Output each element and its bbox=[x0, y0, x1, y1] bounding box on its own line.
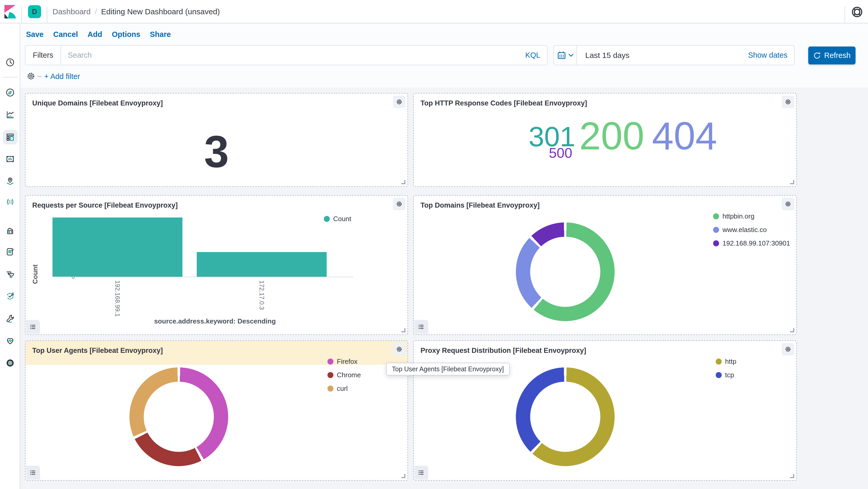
panel-title[interactable]: Unique Domains [Filebeat Envoyproxy] bbox=[32, 99, 163, 107]
legend-item[interactable]: 192.168.99.107:30901 bbox=[713, 239, 790, 247]
sidebar-item-uptime[interactable] bbox=[3, 289, 18, 303]
filters-menu-button[interactable]: Filters bbox=[26, 46, 61, 65]
legend-item[interactable]: tcp bbox=[716, 371, 736, 379]
refresh-icon bbox=[813, 52, 821, 60]
panel-title[interactable]: Top HTTP Response Codes [Filebeat Envoyp… bbox=[421, 99, 587, 107]
legend-item[interactable]: www.elastic.co bbox=[713, 226, 790, 234]
sidebar-item-machine-learning[interactable] bbox=[3, 195, 18, 209]
resize-handle[interactable] bbox=[790, 180, 794, 184]
apm-icon bbox=[5, 269, 16, 280]
space-avatar[interactable]: D bbox=[28, 5, 41, 18]
resize-handle[interactable] bbox=[401, 328, 405, 332]
management-icon bbox=[5, 358, 16, 369]
sidebar-item-visualize[interactable] bbox=[3, 108, 18, 122]
kql-language-button[interactable]: KQL bbox=[519, 51, 547, 60]
panel-gear-icon[interactable] bbox=[782, 198, 794, 210]
resize-handle[interactable] bbox=[790, 328, 794, 332]
donut-chart-visualization[interactable]: FirefoxChromecurl bbox=[26, 341, 407, 480]
tag-200[interactable]: 200 bbox=[579, 113, 644, 159]
chevron-down-icon bbox=[568, 54, 574, 57]
menu-add-link[interactable]: Add bbox=[88, 30, 102, 39]
header-divider bbox=[21, 6, 22, 23]
legend-label: Count bbox=[333, 215, 351, 223]
panel-title[interactable]: Requests per Source [Filebeat Envoyproxy… bbox=[32, 201, 178, 209]
legend-toggle-icon[interactable] bbox=[414, 466, 428, 480]
menu-share-link[interactable]: Share bbox=[150, 30, 171, 39]
panel-gear-icon[interactable] bbox=[782, 343, 794, 355]
legend-item[interactable]: http bbox=[716, 358, 736, 366]
panel-gear-icon[interactable] bbox=[782, 96, 794, 108]
donut-chart[interactable] bbox=[129, 367, 228, 466]
menu-cancel-link[interactable]: Cancel bbox=[53, 30, 78, 39]
panel-gear-icon[interactable] bbox=[393, 96, 405, 108]
show-dates-button[interactable]: Show dates bbox=[748, 51, 787, 60]
sidebar-item-recent[interactable] bbox=[3, 55, 18, 70]
calendar-icon[interactable] bbox=[554, 46, 577, 65]
donut-hole bbox=[144, 382, 214, 452]
legend-toggle-icon[interactable] bbox=[26, 320, 40, 334]
x-axis-line bbox=[76, 277, 353, 277]
menu-options-link[interactable]: Options bbox=[112, 30, 140, 39]
sidebar-item-apm[interactable] bbox=[3, 267, 18, 282]
legend-item[interactable]: Firefox bbox=[328, 358, 361, 366]
panel-gear-icon[interactable] bbox=[393, 343, 405, 355]
legend-item[interactable]: Chrome bbox=[328, 371, 361, 379]
legend-toggle-icon[interactable] bbox=[414, 320, 428, 334]
tag-404[interactable]: 404 bbox=[652, 113, 717, 159]
legend-item[interactable]: curl bbox=[328, 385, 361, 393]
sidebar-item-stack-monitoring[interactable] bbox=[3, 334, 18, 348]
breadcrumb-separator: / bbox=[95, 7, 97, 16]
panel-title[interactable]: Top Domains [Filebeat Envoyproxy] bbox=[421, 201, 540, 209]
help-icon[interactable] bbox=[850, 5, 864, 19]
tag-500[interactable]: 500 bbox=[549, 145, 572, 161]
legend-item[interactable]: httpbin.org bbox=[713, 212, 790, 220]
donut-chart[interactable] bbox=[516, 222, 615, 321]
refresh-button[interactable]: Refresh bbox=[808, 46, 856, 64]
sidebar-item-maps[interactable] bbox=[3, 174, 18, 189]
sidebar-item-canvas[interactable] bbox=[3, 152, 18, 167]
tag-cloud-visualization[interactable]: 301500200404 bbox=[414, 94, 796, 186]
sidebar-item-management[interactable] bbox=[3, 356, 18, 370]
panel-title[interactable]: Top User Agents [Filebeat Envoyproxy] bbox=[32, 347, 163, 355]
breadcrumb-dashboard-link[interactable]: Dashboard bbox=[53, 7, 91, 16]
legend-dot-icon bbox=[713, 213, 719, 219]
search-input[interactable] bbox=[61, 46, 519, 65]
add-filter-link[interactable]: + Add filter bbox=[44, 72, 80, 81]
bar-chart-visualization[interactable]: Count0510192.168.99.1172.17.0.3source.ad… bbox=[26, 196, 407, 334]
timerange-value[interactable]: Last 15 days bbox=[585, 51, 629, 60]
panel-top-user-agents[interactable]: Top User Agents [Filebeat Envoyproxy] Fi… bbox=[25, 340, 408, 481]
filter-settings-gear-icon[interactable] bbox=[26, 71, 36, 82]
bar-192.168.99.1[interactable] bbox=[53, 218, 182, 277]
resize-handle[interactable] bbox=[401, 474, 405, 478]
menu-save-link[interactable]: Save bbox=[26, 30, 44, 39]
filter-dash bbox=[37, 76, 41, 77]
legend-toggle-icon[interactable] bbox=[26, 466, 40, 480]
donut-chart-visualization[interactable]: httptcp bbox=[414, 341, 796, 480]
legend-item[interactable]: Count bbox=[324, 215, 351, 223]
panel-top-domains[interactable]: Top Domains [Filebeat Envoyproxy] httpbi… bbox=[413, 195, 797, 335]
panel-top-http-response-codes[interactable]: Top HTTP Response Codes [Filebeat Envoyp… bbox=[413, 93, 797, 187]
sidebar-item-discover[interactable] bbox=[3, 86, 18, 100]
panel-proxy-request-distribution[interactable]: Proxy Request Distribution [Filebeat Env… bbox=[413, 340, 797, 481]
legend-label: tcp bbox=[725, 371, 734, 379]
panel-requests-per-source[interactable]: Requests per Source [Filebeat Envoyproxy… bbox=[25, 195, 408, 335]
legend-dot-icon bbox=[328, 372, 334, 378]
donut-chart[interactable] bbox=[516, 367, 615, 466]
sidebar-item-logs[interactable] bbox=[3, 245, 18, 259]
sidebar-item-dashboard[interactable] bbox=[3, 130, 18, 144]
kibana-logo[interactable] bbox=[4, 5, 17, 19]
sidebar bbox=[0, 23, 20, 489]
panel-gear-icon[interactable] bbox=[393, 198, 405, 210]
bar-172.17.0.3[interactable] bbox=[197, 252, 327, 277]
donut-chart-visualization[interactable]: httpbin.orgwww.elastic.co192.168.99.107:… bbox=[414, 196, 796, 334]
resize-handle[interactable] bbox=[790, 474, 794, 478]
legend-dot-icon bbox=[328, 359, 334, 364]
panel-title[interactable]: Proxy Request Distribution [Filebeat Env… bbox=[421, 347, 586, 355]
legend-dot-icon bbox=[324, 216, 330, 222]
uptime-icon bbox=[5, 291, 16, 302]
sidebar-item-dev-tools[interactable] bbox=[3, 312, 18, 326]
panel-unique-domains[interactable]: Unique Domains [Filebeat Envoyproxy] 3 bbox=[25, 93, 408, 187]
sidebar-item-metrics[interactable] bbox=[3, 224, 18, 238]
machine-learning-icon bbox=[5, 197, 16, 208]
resize-handle[interactable] bbox=[401, 180, 405, 184]
